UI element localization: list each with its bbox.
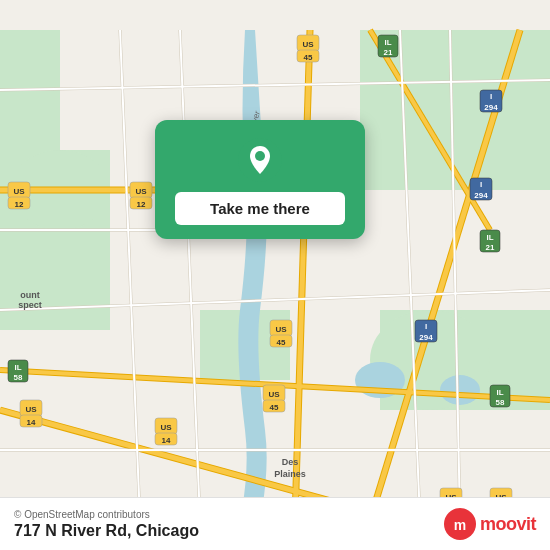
svg-point-100	[255, 151, 265, 161]
svg-text:Des: Des	[282, 457, 299, 467]
moovit-logo[interactable]: m moovit	[444, 508, 536, 540]
take-me-there-button[interactable]: Take me there	[175, 192, 345, 225]
svg-text:US: US	[135, 187, 147, 196]
svg-text:58: 58	[14, 373, 23, 382]
svg-text:US: US	[275, 325, 287, 334]
svg-text:m: m	[454, 517, 466, 533]
svg-text:45: 45	[270, 403, 279, 412]
svg-text:45: 45	[304, 53, 313, 62]
svg-text:Plaines: Plaines	[274, 469, 306, 479]
svg-text:US: US	[160, 423, 172, 432]
svg-line-24	[295, 30, 310, 520]
svg-text:14: 14	[162, 436, 171, 445]
map-svg: US 45 US 12 US 12 IL 21 I 294 I 294 US 4…	[0, 0, 550, 550]
copyright-text: © OpenStreetMap contributors	[14, 509, 199, 520]
svg-text:12: 12	[137, 200, 146, 209]
svg-text:294: 294	[484, 103, 498, 112]
svg-text:21: 21	[384, 48, 393, 57]
svg-text:IL: IL	[496, 388, 503, 397]
svg-text:US: US	[13, 187, 25, 196]
svg-text:14: 14	[27, 418, 36, 427]
address-text: 717 N River Rd, Chicago	[14, 522, 199, 540]
popup-card: Take me there	[155, 120, 365, 239]
svg-text:I: I	[490, 92, 492, 101]
svg-text:IL: IL	[384, 38, 391, 47]
svg-rect-1	[0, 30, 60, 160]
svg-text:US: US	[268, 390, 280, 399]
moovit-label: moovit	[480, 514, 536, 535]
svg-text:IL: IL	[14, 363, 21, 372]
svg-text:45: 45	[277, 338, 286, 347]
svg-text:IL: IL	[486, 233, 493, 242]
moovit-brand-icon: m	[444, 508, 476, 540]
svg-line-31	[180, 30, 200, 520]
svg-text:294: 294	[474, 191, 488, 200]
svg-text:58: 58	[496, 398, 505, 407]
svg-text:ount: ount	[20, 290, 40, 300]
bottom-bar: © OpenStreetMap contributors 717 N River…	[0, 497, 550, 550]
svg-text:spect: spect	[18, 300, 42, 310]
bottom-left: © OpenStreetMap contributors 717 N River…	[14, 509, 199, 540]
svg-text:12: 12	[15, 200, 24, 209]
svg-text:I: I	[480, 180, 482, 189]
svg-point-8	[440, 375, 480, 405]
svg-text:US: US	[25, 405, 37, 414]
svg-text:US: US	[302, 40, 314, 49]
svg-text:294: 294	[419, 333, 433, 342]
svg-text:I: I	[425, 322, 427, 331]
map-container: US 45 US 12 US 12 IL 21 I 294 I 294 US 4…	[0, 0, 550, 550]
location-pin-icon	[238, 138, 282, 182]
svg-text:21: 21	[486, 243, 495, 252]
